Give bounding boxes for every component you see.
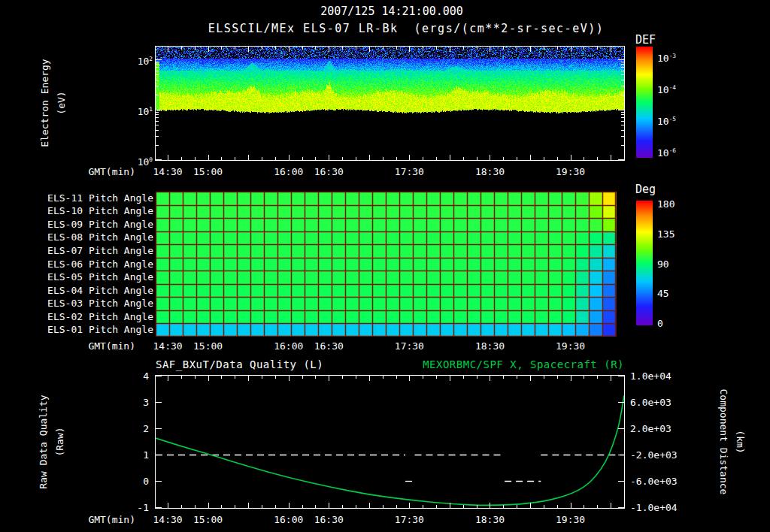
pitch-angle-heatmap (156, 192, 624, 337)
def-colorbar (636, 47, 653, 158)
exponent: 1 (149, 106, 153, 113)
distance-y-axis-label: Component Distance (717, 352, 729, 532)
time-tick-label: 16:30 (314, 166, 344, 177)
deg-tick-label: 135 (657, 228, 675, 240)
distance-tick-label: -2.0e+03 (630, 449, 678, 461)
time-tick-label: 15:00 (193, 166, 223, 177)
tplot-page: 2007/125 14:21:00.000 ELSSCIL/MEx ELS-07… (0, 0, 770, 532)
deg-tick-label: 45 (657, 287, 669, 300)
time-tick-label: 16:00 (274, 166, 303, 177)
deg-tick-label: 180 (657, 198, 675, 210)
time-tick-label: 14:30 (153, 514, 182, 525)
def-tick-label: 10-6 (657, 144, 676, 159)
pitch-row-label: ELS-10 Pitch Angle (30, 205, 153, 217)
time-tick-label: 18:30 (475, 166, 505, 177)
pitch-row-label: ELS-04 Pitch Angle (30, 285, 153, 297)
pitch-row-label: ELS-11 Pitch Angle (30, 192, 153, 204)
def-colorbar-title: DEF (635, 33, 656, 47)
pitch-row-label: ELS-02 Pitch Angle (30, 311, 153, 323)
distance-tick-label: 1.0e+04 (630, 370, 671, 382)
deg-tick-label: 90 (657, 258, 669, 271)
pitch-row-label: ELS-09 Pitch Angle (30, 219, 153, 231)
time-tick-label: 17:30 (395, 166, 424, 177)
time-tick-label: 16:30 (314, 340, 344, 352)
exponent: -5 (669, 116, 676, 122)
time-tick-label: 19:30 (556, 340, 585, 352)
def-tick-label: 10-4 (657, 81, 676, 96)
pitch-row-label: ELS-08 Pitch Angle (30, 231, 153, 243)
quality-tick-label: 2 (119, 422, 149, 435)
quality-tick-label: 3 (119, 396, 149, 409)
def-tick-label: 10-3 (657, 50, 676, 65)
plot-subtitle: ELSSCIL/MEx ELS-07 LR-Bk (ergs/(cm**2-sr… (208, 22, 605, 35)
time-tick-labels-middle: 14:3015:0016:0016:3017:3018:3019:30 (0, 340, 770, 352)
distance-tick-label: -6.0e+03 (630, 475, 678, 488)
electron-energy-spectrogram (156, 47, 624, 160)
deg-colorbar (636, 201, 653, 325)
time-tick-label: 14:30 (153, 340, 182, 352)
time-tick-label: 16:00 (274, 340, 303, 352)
distance-tick-label: 6.0e+03 (630, 396, 671, 409)
time-tick-label: 17:30 (395, 340, 424, 352)
time-tick-labels-bottom: 14:3015:0016:0016:3017:3018:3019:30 (0, 514, 770, 526)
time-tick-label: 16:00 (274, 514, 303, 525)
quality-y-axis-label: Raw Data Quality (38, 352, 50, 532)
distance-tick-label: 2.0e+03 (630, 422, 671, 435)
exponent: -6 (669, 147, 676, 154)
pitch-row-label: ELS-06 Pitch Angle (30, 258, 153, 271)
quality-tick-label: 1 (119, 449, 149, 461)
deg-tick-label: 0 (657, 317, 663, 330)
def-tick-label: 10-5 (657, 113, 676, 128)
exponent: 2 (149, 56, 153, 62)
quality-tick-label: 4 (119, 370, 149, 382)
time-tick-label: 19:30 (556, 166, 585, 177)
time-tick-label: 15:00 (193, 514, 223, 525)
exponent: 0 (149, 156, 153, 163)
page-title: 2007/125 14:21:00.000 (320, 5, 463, 18)
time-tick-label: 15:00 (193, 340, 223, 352)
time-tick-label: 14:30 (153, 166, 182, 177)
deg-colorbar-title: Deg (635, 183, 656, 196)
time-tick-labels-top: 14:3015:0016:0016:3017:3018:3019:30 (0, 166, 770, 178)
time-tick-label: 16:30 (314, 514, 344, 525)
exponent: -3 (669, 53, 676, 59)
quality-tick-label: -1 (119, 501, 149, 514)
distance-series-title: MEXORBMC/SPF X, Spacecraft (R) (0, 358, 624, 370)
pitch-row-label: ELS-07 Pitch Angle (30, 245, 153, 257)
pitch-row-label: ELS-03 Pitch Angle (30, 298, 153, 310)
time-tick-label: 17:30 (395, 514, 424, 525)
time-tick-label: 18:30 (475, 514, 505, 525)
time-tick-label: 19:30 (556, 514, 585, 525)
exponent: -4 (669, 84, 676, 91)
quality-y-axis-units: (Raw) (54, 352, 66, 532)
time-tick-label: 18:30 (475, 340, 505, 352)
pitch-row-label: ELS-05 Pitch Angle (30, 271, 153, 283)
distance-y-axis-units: (km) (734, 352, 746, 532)
pitch-row-label: ELS-01 Pitch Angle (30, 324, 153, 336)
quality-distance-plot (156, 376, 624, 508)
energy-tick-label: 101 (119, 103, 153, 118)
distance-tick-label: -1.0e+04 (630, 501, 678, 514)
energy-tick-label: 102 (119, 53, 153, 68)
quality-tick-label: 0 (119, 475, 149, 488)
